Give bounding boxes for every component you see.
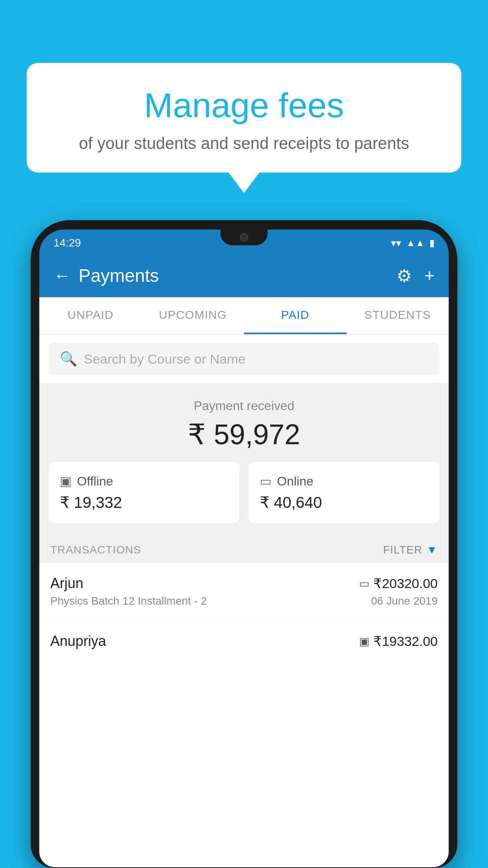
payment-received-label: Payment received [39, 399, 449, 413]
transactions-header: TRANSACTIONS FILTER ▼ [39, 534, 449, 563]
phone-frame: 14:29 ▾▾ ▲▲ ▮ ← Payments ⚙ + UNPAID UP [31, 220, 457, 868]
transaction-name: Anupriya [50, 633, 106, 649]
tab-unpaid[interactable]: UNPAID [39, 297, 142, 334]
app-header: ← Payments ⚙ + [39, 254, 449, 297]
bubble-subtitle: of your students and send receipts to pa… [46, 134, 442, 153]
online-amount: ₹ 40,640 [260, 493, 428, 511]
payment-total-amount: ₹ 59,972 [39, 418, 449, 451]
add-icon[interactable]: + [424, 266, 435, 285]
settings-icon[interactable]: ⚙ [396, 266, 412, 286]
header-left: ← Payments [53, 265, 159, 286]
search-placeholder: Search by Course or Name [84, 351, 246, 367]
app-screen: ← Payments ⚙ + UNPAID UPCOMING PAID STUD… [39, 254, 449, 867]
transaction-amount-value: ₹19332.00 [373, 633, 438, 649]
tab-upcoming[interactable]: UPCOMING [142, 297, 244, 334]
search-bar[interactable]: 🔍 Search by Course or Name [49, 343, 439, 375]
transaction-list: Arjun ▭ ₹20320.00 Physics Batch 12 Insta… [39, 563, 449, 867]
online-label: Online [277, 474, 314, 489]
offline-pay-icon: ▣ [359, 635, 369, 648]
tabs: UNPAID UPCOMING PAID STUDENTS [39, 297, 449, 335]
payment-cards: ▣ Offline ₹ 19,332 ▭ Online ₹ 40,640 [39, 462, 449, 534]
header-right: ⚙ + [396, 266, 435, 286]
transaction-desc: Physics Batch 12 Installment - 2 [50, 595, 207, 607]
transaction-amount: ▭ ₹20320.00 [359, 576, 438, 591]
filter-label: FILTER [383, 544, 422, 556]
offline-icon: ▣ [60, 474, 72, 489]
status-icons: ▾▾ ▲▲ ▮ [391, 237, 435, 249]
transaction-bottom: Physics Batch 12 Installment - 2 06 June… [50, 595, 438, 607]
page-title: Payments [79, 265, 159, 286]
camera [240, 233, 248, 242]
wifi-icon: ▾▾ [391, 237, 401, 249]
transaction-name: Arjun [50, 575, 83, 592]
transaction-top: Anupriya ▣ ₹19332.00 [50, 633, 438, 649]
table-row[interactable]: Anupriya ▣ ₹19332.00 [39, 620, 449, 656]
transaction-amount: ▣ ₹19332.00 [359, 633, 438, 649]
status-time: 14:29 [53, 237, 81, 249]
offline-card: ▣ Offline ₹ 19,332 [49, 462, 239, 523]
offline-label: Offline [77, 474, 113, 489]
transaction-date: 06 June 2019 [371, 595, 438, 607]
online-card-header: ▭ Online [260, 474, 428, 489]
signal-icon: ▲▲ [406, 237, 425, 248]
transaction-top: Arjun ▭ ₹20320.00 [50, 575, 438, 592]
transactions-label: TRANSACTIONS [50, 544, 141, 556]
phone-notch [220, 230, 268, 245]
speech-bubble: Manage fees of your students and send re… [27, 63, 461, 173]
transaction-amount-value: ₹20320.00 [373, 576, 438, 591]
bubble-title: Manage fees [46, 86, 442, 125]
battery-icon: ▮ [429, 237, 435, 248]
card-pay-icon: ▭ [359, 577, 369, 590]
filter-button[interactable]: FILTER ▼ [383, 544, 438, 556]
table-row[interactable]: Arjun ▭ ₹20320.00 Physics Batch 12 Insta… [39, 563, 449, 620]
online-card: ▭ Online ₹ 40,640 [249, 462, 439, 523]
filter-icon: ▼ [426, 544, 438, 556]
payment-summary: Payment received ₹ 59,972 [39, 383, 449, 462]
tab-students[interactable]: STUDENTS [347, 297, 449, 334]
online-icon: ▭ [260, 474, 272, 489]
back-button[interactable]: ← [53, 267, 71, 284]
tab-paid[interactable]: PAID [244, 297, 347, 334]
search-container: 🔍 Search by Course or Name [39, 335, 449, 383]
offline-amount: ₹ 19,332 [60, 493, 228, 511]
offline-card-header: ▣ Offline [60, 474, 228, 489]
search-icon: 🔍 [60, 351, 77, 367]
